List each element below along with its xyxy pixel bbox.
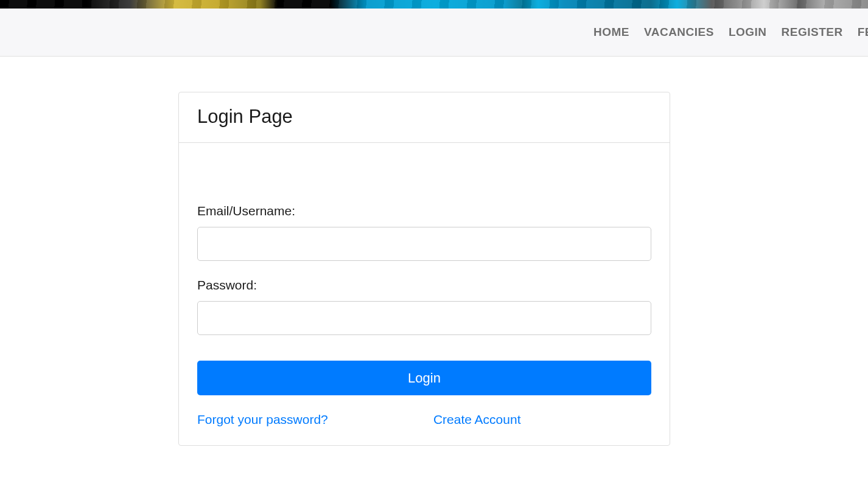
nav-register[interactable]: REGISTER bbox=[782, 26, 843, 39]
header-banner bbox=[0, 0, 868, 9]
card-header: Login Page bbox=[179, 92, 670, 143]
nav-home[interactable]: HOME bbox=[593, 26, 629, 39]
username-input[interactable] bbox=[197, 227, 651, 261]
create-account-link[interactable]: Create Account bbox=[433, 412, 521, 426]
username-label: Email/Username: bbox=[197, 204, 651, 218]
nav-login[interactable]: LOGIN bbox=[729, 26, 767, 39]
forgot-password-container: Forgot your password? bbox=[197, 412, 433, 427]
password-label: Password: bbox=[197, 278, 651, 293]
login-card: Login Page Email/Username: Password: Log… bbox=[178, 92, 670, 446]
create-account-container: Create Account bbox=[433, 412, 651, 427]
nav-vacancies[interactable]: VACANCIES bbox=[644, 26, 714, 39]
main-nav: HOME VACANCIES LOGIN REGISTER FE bbox=[0, 9, 868, 57]
nav-feedback-partial[interactable]: FE bbox=[858, 26, 868, 39]
page-title: Login Page bbox=[197, 106, 651, 128]
password-input[interactable] bbox=[197, 301, 651, 335]
username-group: Email/Username: bbox=[197, 204, 651, 261]
login-button[interactable]: Login bbox=[197, 361, 651, 395]
password-group: Password: bbox=[197, 278, 651, 335]
nav-links-container: HOME VACANCIES LOGIN REGISTER FE bbox=[593, 26, 868, 39]
forgot-password-link[interactable]: Forgot your password? bbox=[197, 412, 328, 426]
content-area: Login Page Email/Username: Password: Log… bbox=[0, 57, 868, 446]
card-body: Email/Username: Password: Login Forgot y… bbox=[179, 143, 670, 445]
links-row: Forgot your password? Create Account bbox=[197, 412, 651, 427]
